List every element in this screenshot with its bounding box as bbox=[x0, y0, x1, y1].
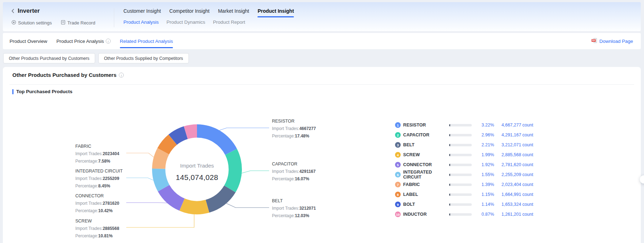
solution-settings-button[interactable]: Solution settings bbox=[11, 20, 52, 26]
nav-item-label: Product Price Analysis bbox=[57, 39, 104, 44]
callout-pct-value: 16.07% bbox=[295, 176, 309, 181]
rank-progress-fill bbox=[449, 144, 450, 146]
rank-count[interactable]: 3,212,071 count bbox=[497, 142, 543, 147]
leader-line-fabric bbox=[126, 153, 154, 157]
rank-badge: 3 bbox=[395, 142, 401, 148]
callout-pct-prefix: Percentage: bbox=[272, 213, 295, 218]
rank-name: FABRIC bbox=[403, 182, 447, 187]
rank-row-fabric: 7FABRIC1.39%2,023,404 count bbox=[395, 180, 540, 190]
toggle-button-other-products-supplied-by-competitors[interactable]: Other Products Supplied by Competitors bbox=[98, 53, 189, 63]
rank-count[interactable]: 2,023,404 count bbox=[497, 182, 543, 187]
rank-progress-bar bbox=[449, 213, 472, 216]
nav-item-product-overview[interactable]: Product Overview bbox=[10, 33, 47, 49]
sub-tabs: Product AnalysisProduct DynamicsProduct … bbox=[123, 18, 245, 26]
section-divider bbox=[10, 84, 634, 85]
leader-line-screw bbox=[126, 214, 194, 227]
rank-name: INTEGRATED CIRCUIT bbox=[403, 170, 447, 180]
callout-trades-value: 3212071 bbox=[299, 206, 316, 211]
donut-slice-inductor[interactable] bbox=[184, 124, 197, 139]
callout-trades-value: 2781620 bbox=[103, 201, 119, 206]
callout-name: FABRIC bbox=[75, 143, 119, 150]
rank-percent: 0.87% bbox=[474, 212, 494, 217]
subtab-product-analysis[interactable]: Product Analysis bbox=[123, 18, 159, 26]
callout-trades-prefix: Import Trades: bbox=[75, 176, 103, 181]
callout-trades-prefix: Import Trades: bbox=[75, 201, 103, 206]
callout-pct-prefix: Percentage: bbox=[272, 134, 295, 139]
rank-row-inductor: 10INDUCTOR0.87%1,261,201 count bbox=[395, 209, 540, 219]
nav-item-label: Product Overview bbox=[10, 39, 47, 44]
rank-badge: 5 bbox=[395, 162, 401, 168]
rank-name: SCREW bbox=[403, 152, 447, 157]
rank-count[interactable]: 1,664,991 count bbox=[497, 192, 543, 197]
rank-progress-bar bbox=[449, 183, 472, 186]
tab-product-insight[interactable]: Product Insight bbox=[257, 4, 294, 17]
header-divider bbox=[114, 8, 114, 27]
nav-item-label: Related Product Analysis bbox=[120, 39, 173, 44]
tab-competitor-insight[interactable]: Competitor Insight bbox=[169, 4, 210, 17]
rank-progress-fill bbox=[449, 193, 450, 196]
subtab-product-dynamics[interactable]: Product Dynamics bbox=[167, 18, 205, 26]
download-page-button[interactable]: PDF Download Page bbox=[591, 33, 633, 49]
donut-slice-label[interactable] bbox=[157, 135, 177, 154]
rank-badge: 9 bbox=[395, 202, 401, 207]
donut-slice-screw[interactable] bbox=[179, 198, 209, 214]
callout-fabric: FABRICImport Trades:2023404Percentage:7.… bbox=[75, 143, 119, 165]
toggle-row: Other Products Purchased by CustomersOth… bbox=[3, 53, 189, 63]
subtab-product-report[interactable]: Product Report bbox=[213, 18, 245, 26]
donut-slice-bolt[interactable] bbox=[169, 126, 188, 145]
rank-row-connector: 5CONNECTOR1.92%2,781,620 count bbox=[395, 160, 540, 170]
rank-badge: 10 bbox=[395, 211, 401, 217]
donut-center-label: Import Trades bbox=[162, 162, 232, 170]
callout-name: CAPACITOR bbox=[272, 160, 315, 168]
rank-percent: 1.99% bbox=[474, 152, 494, 157]
callout-pct-value: 10.81% bbox=[98, 233, 113, 238]
subsection-title: Top Purchased Products bbox=[16, 89, 72, 94]
back-chevron-icon[interactable] bbox=[11, 9, 14, 13]
toggle-button-other-products-purchased-by-customers[interactable]: Other Products Purchased by Customers bbox=[3, 53, 95, 63]
rank-name: CONNECTOR bbox=[403, 162, 447, 167]
rank-count[interactable]: 4,291,167 count bbox=[497, 132, 543, 137]
rank-count[interactable]: 2,885,568 count bbox=[497, 152, 543, 157]
rank-count[interactable]: 2,781,620 count bbox=[497, 162, 543, 167]
page: { "header": { "title": "Inverter", "sett… bbox=[0, 0, 644, 243]
rank-progress-bar bbox=[449, 174, 472, 176]
callout-resistor: RESISTORImport Trades:4667277Percentage:… bbox=[272, 118, 316, 140]
nav-item-related-product-analysis[interactable]: Related Product Analysis bbox=[120, 33, 173, 49]
leader-line-integrated-circuit bbox=[126, 178, 153, 180]
rank-name: BOLT bbox=[403, 202, 447, 207]
breadcrumb: Inverter bbox=[11, 7, 40, 15]
leader-line-resistor bbox=[219, 128, 269, 130]
tab-market-insight[interactable]: Market Insight bbox=[218, 4, 249, 17]
rank-count[interactable]: 1,261,201 count bbox=[497, 212, 543, 217]
header-actions: Solution settings Trade Record bbox=[11, 19, 95, 26]
donut-slice-resistor[interactable] bbox=[197, 124, 237, 155]
info-icon[interactable]: i bbox=[106, 39, 111, 44]
callout-name: BELT bbox=[272, 197, 316, 204]
rank-progress-fill bbox=[449, 203, 450, 206]
callout-trades-prefix: Import Trades: bbox=[75, 151, 103, 156]
rank-progress-bar bbox=[449, 193, 472, 196]
rank-count[interactable]: 2,255,209 count bbox=[497, 172, 543, 177]
rank-count[interactable]: 1,653,324 count bbox=[497, 202, 543, 207]
nav-item-product-price-analysis[interactable]: Product Price Analysisi bbox=[57, 33, 111, 49]
callout-pct-prefix: Percentage: bbox=[272, 176, 295, 181]
rank-percent: 1.39% bbox=[474, 182, 494, 187]
rank-progress-bar bbox=[449, 154, 472, 156]
rank-badge: 4 bbox=[395, 152, 401, 158]
callout-trades-prefix: Import Trades: bbox=[272, 169, 299, 174]
rank-progress-fill bbox=[449, 183, 450, 186]
accent-bar bbox=[12, 89, 13, 94]
rank-progress-fill bbox=[449, 124, 450, 126]
rank-name: BELT bbox=[403, 142, 447, 147]
leader-line-connector bbox=[126, 203, 167, 203]
tab-customer-insight[interactable]: Customer Insight bbox=[123, 4, 161, 17]
donut-slice-belt[interactable] bbox=[205, 186, 236, 213]
donut-slice-connector[interactable] bbox=[158, 185, 185, 211]
rank-badge: 7 bbox=[395, 182, 401, 187]
rank-count[interactable]: 4,667,277 count bbox=[497, 123, 543, 128]
nav-card: Product OverviewProduct Price AnalysisiR… bbox=[3, 33, 641, 49]
trade-record-button[interactable]: Trade Record bbox=[61, 20, 95, 26]
download-page-label: Download Page bbox=[599, 39, 633, 44]
info-icon[interactable]: i bbox=[119, 73, 124, 78]
rank-progress-fill bbox=[449, 213, 450, 216]
